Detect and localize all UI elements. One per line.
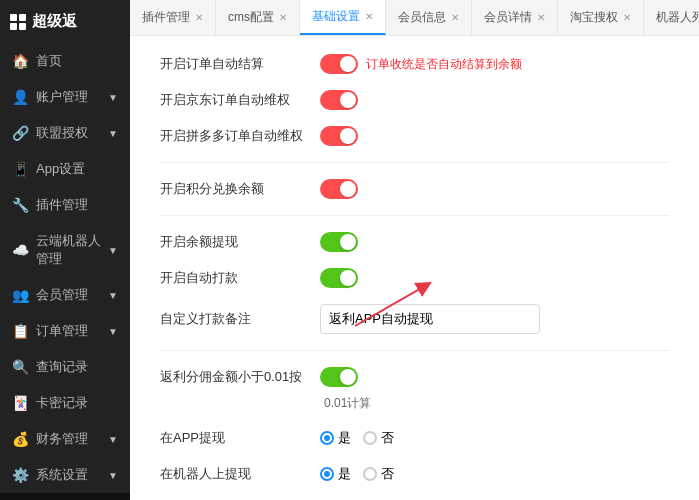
sidebar-item-card[interactable]: 🃏 卡密记录 bbox=[0, 385, 130, 421]
sidebar: 超级返 🏠 首页 👤 账户管理 ▼ 🔗 联盟授权 ▼ 📱 App设置 🔧 插件管… bbox=[0, 0, 130, 500]
tab-plugin-mgmt[interactable]: 插件管理 ✕ bbox=[130, 0, 216, 35]
robot-tip-no[interactable]: 否 bbox=[363, 465, 394, 483]
jd-auto-label: 开启京东订单自动维权 bbox=[160, 91, 320, 109]
balance-withdraw-label: 开启余额提现 bbox=[160, 233, 320, 251]
robot-tip-yes-label: 是 bbox=[338, 465, 351, 483]
tab-bar: 插件管理 ✕ cms配置 ✕ 基础设置 ✕ 会员信息 ✕ 会员详情 ✕ 淘宝搜权… bbox=[130, 0, 699, 36]
sidebar-item-label: 首页 bbox=[36, 52, 62, 70]
chevron-icon: ▼ bbox=[108, 92, 118, 103]
main-area: 插件管理 ✕ cms配置 ✕ 基础设置 ✕ 会员信息 ✕ 会员详情 ✕ 淘宝搜权… bbox=[130, 0, 699, 500]
sidebar-submenu: 基础设置 短信消息 日志记录 ▼ bbox=[0, 493, 130, 500]
sidebar-item-query[interactable]: 🔍 查询记录 bbox=[0, 349, 130, 385]
chevron-icon: ▼ bbox=[108, 245, 118, 256]
auto-calc-desc: 订单收统是否自动结算到余额 bbox=[366, 56, 522, 73]
points-exchange-label: 开启积分兑换余额 bbox=[160, 180, 320, 198]
auto-pay-toggle[interactable] bbox=[320, 268, 358, 288]
chevron-icon: ▼ bbox=[108, 290, 118, 301]
app-tip-label: 在APP提现 bbox=[160, 429, 320, 447]
sidebar-item-label: 账户管理 bbox=[36, 88, 88, 106]
home-icon: 🏠 bbox=[12, 53, 29, 69]
sidebar-item-label: 查询记录 bbox=[36, 358, 88, 376]
sidebar-item-cloud[interactable]: ☁️ 云端机器人管理 ▼ bbox=[0, 223, 130, 277]
plugin-icon: 🔧 bbox=[12, 197, 29, 213]
radio-no-dot bbox=[363, 467, 377, 481]
sidebar-item-plugin[interactable]: 🔧 插件管理 bbox=[0, 187, 130, 223]
tab-label: 机器人列表 bbox=[656, 9, 699, 26]
robot-tip-row: 在机器人上提现 是 否 bbox=[160, 456, 669, 492]
pdd-auto-toggle[interactable] bbox=[320, 126, 358, 146]
chevron-icon: ▼ bbox=[108, 128, 118, 139]
sidebar-item-app[interactable]: 📱 App设置 bbox=[0, 151, 130, 187]
rebate-round-row: 返利分佣金额小于0.01按 bbox=[160, 359, 669, 395]
tab-basic-settings[interactable]: 基础设置 ✕ bbox=[300, 0, 386, 35]
app-icon: 📱 bbox=[12, 161, 29, 177]
radio-yes-dot bbox=[320, 467, 334, 481]
tab-robot-list[interactable]: 机器人列表 ✕ bbox=[644, 0, 699, 35]
app-tip-yes[interactable]: 是 bbox=[320, 429, 351, 447]
card-icon: 🃏 bbox=[12, 395, 29, 411]
tab-label: 会员信息 bbox=[398, 9, 446, 26]
jd-auto-toggle[interactable] bbox=[320, 90, 358, 110]
sidebar-item-account[interactable]: 👤 账户管理 ▼ bbox=[0, 79, 130, 115]
robot-tip-no-label: 否 bbox=[381, 465, 394, 483]
divider3 bbox=[160, 350, 669, 351]
sidebar-item-order[interactable]: 📋 订单管理 ▼ bbox=[0, 313, 130, 349]
pdd-auto-row: 开启拼多多订单自动维权 bbox=[160, 118, 669, 154]
robot-tip-label: 在机器人上提现 bbox=[160, 465, 320, 483]
sidebar-item-member[interactable]: 👥 会员管理 ▼ bbox=[0, 277, 130, 313]
robot-tip-yes[interactable]: 是 bbox=[320, 465, 351, 483]
withdraw-method-row: 余额提现方式 支付宝 微信 bbox=[160, 492, 669, 500]
finance-icon: 💰 bbox=[12, 431, 29, 447]
chevron-icon: ▼ bbox=[108, 326, 118, 337]
custom-note-label: 自定义打款备注 bbox=[160, 310, 320, 328]
tab-member-detail[interactable]: 会员详情 ✕ bbox=[472, 0, 558, 35]
tab-close-icon[interactable]: ✕ bbox=[623, 12, 631, 23]
sidebar-item-sysconfig[interactable]: ⚙️ 系统设置 ▼ bbox=[0, 457, 130, 493]
tab-close-icon[interactable]: ✕ bbox=[195, 12, 203, 23]
divider1 bbox=[160, 162, 669, 163]
custom-note-input[interactable] bbox=[320, 304, 540, 334]
tab-member-info[interactable]: 会员信息 ✕ bbox=[386, 0, 472, 35]
app-tip-no-label: 否 bbox=[381, 429, 394, 447]
tab-close-icon[interactable]: ✕ bbox=[537, 12, 545, 23]
sidebar-item-label: 系统设置 bbox=[36, 466, 88, 484]
member-icon: 👥 bbox=[12, 287, 29, 303]
sidebar-item-label: 云端机器人管理 bbox=[36, 232, 108, 268]
settings-content: 开启订单自动结算 订单收统是否自动结算到余额 开启京东订单自动维权 开启拼多多订… bbox=[130, 36, 699, 500]
balance-withdraw-row: 开启余额提现 bbox=[160, 224, 669, 260]
rebate-round-desc: 0.01计算 bbox=[324, 395, 371, 412]
app-tip-no[interactable]: 否 bbox=[363, 429, 394, 447]
sidebar-item-label: 财务管理 bbox=[36, 430, 88, 448]
account-icon: 👤 bbox=[12, 89, 29, 105]
sidebar-item-home[interactable]: 🏠 首页 bbox=[0, 43, 130, 79]
radio-no-dot bbox=[363, 431, 377, 445]
tab-close-icon[interactable]: ✕ bbox=[279, 12, 287, 23]
union-icon: 🔗 bbox=[12, 125, 29, 141]
pdd-auto-label: 开启拼多多订单自动维权 bbox=[160, 127, 320, 145]
sidebar-item-label: 卡密记录 bbox=[36, 394, 88, 412]
balance-withdraw-toggle[interactable] bbox=[320, 232, 358, 252]
sidebar-item-union[interactable]: 🔗 联盟授权 ▼ bbox=[0, 115, 130, 151]
rebate-round-desc-row: 0.01计算 bbox=[160, 395, 669, 420]
sidebar-item-finance[interactable]: 💰 财务管理 ▼ bbox=[0, 421, 130, 457]
sidebar-item-basic[interactable]: 基础设置 bbox=[0, 493, 130, 500]
tab-cms-config[interactable]: cms配置 ✕ bbox=[216, 0, 300, 35]
app-tip-row: 在APP提现 是 否 bbox=[160, 420, 669, 456]
tab-close-icon[interactable]: ✕ bbox=[451, 12, 459, 23]
rebate-round-toggle[interactable] bbox=[320, 367, 358, 387]
order-icon: 📋 bbox=[12, 323, 29, 339]
tab-label: cms配置 bbox=[228, 9, 274, 26]
tab-taobao[interactable]: 淘宝搜权 ✕ bbox=[558, 0, 644, 35]
sidebar-item-label: App设置 bbox=[36, 160, 85, 178]
rebate-round-label: 返利分佣金额小于0.01按 bbox=[160, 368, 320, 386]
cloud-icon: ☁️ bbox=[12, 242, 29, 258]
app-tip-radio-group: 是 否 bbox=[320, 429, 394, 447]
app-title: 超级返 bbox=[32, 12, 77, 31]
sysconfig-icon: ⚙️ bbox=[12, 467, 29, 483]
tab-label: 插件管理 bbox=[142, 9, 190, 26]
points-exchange-toggle[interactable] bbox=[320, 179, 358, 199]
auto-calc-toggle[interactable] bbox=[320, 54, 358, 74]
query-icon: 🔍 bbox=[12, 359, 29, 375]
sidebar-item-label: 插件管理 bbox=[36, 196, 88, 214]
tab-close-icon[interactable]: ✕ bbox=[365, 11, 373, 22]
